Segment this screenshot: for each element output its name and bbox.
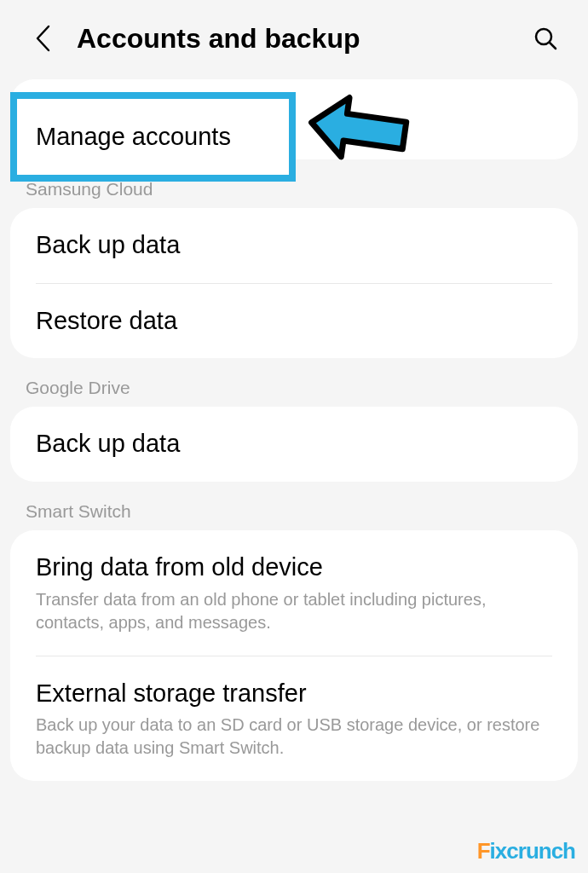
header: Accounts and backup [0, 0, 588, 72]
manage-accounts-label: Manage accounts [36, 123, 231, 151]
highlight-annotation: Manage accounts [10, 92, 296, 182]
item-title: External storage transfer [36, 678, 552, 710]
item-title: Back up data [36, 229, 552, 262]
restore-data-samsung[interactable]: Restore data [10, 284, 578, 359]
chevron-left-icon [33, 24, 52, 53]
item-subtitle: Back up your data to an SD card or USB s… [36, 714, 552, 760]
watermark-letter-f: F [477, 838, 490, 864]
back-up-data-samsung[interactable]: Back up data [10, 208, 578, 283]
page-title: Accounts and backup [77, 23, 528, 55]
item-title: Bring data from old device [36, 552, 552, 584]
external-storage-item[interactable]: External storage transfer Back up your d… [10, 656, 578, 782]
smart-switch-card: Bring data from old device Transfer data… [10, 530, 578, 781]
search-icon [533, 26, 558, 51]
section-google-drive-label: Google Drive [0, 358, 588, 407]
watermark-rest: xcrunch [495, 838, 575, 864]
search-button[interactable] [528, 21, 562, 55]
watermark: Fixcrunch [477, 838, 575, 864]
item-title: Restore data [36, 305, 552, 338]
pointer-arrow-annotation [307, 87, 418, 176]
back-up-data-google[interactable]: Back up data [10, 407, 578, 482]
section-smart-switch-label: Smart Switch [0, 482, 588, 530]
item-subtitle: Transfer data from an old phone or table… [36, 588, 552, 634]
google-drive-card: Back up data [10, 407, 578, 482]
samsung-cloud-card: Back up data Restore data [10, 208, 578, 358]
back-button[interactable] [26, 21, 60, 55]
item-title: Back up data [36, 428, 552, 460]
svg-line-1 [550, 43, 556, 49]
bring-data-item[interactable]: Bring data from old device Transfer data… [10, 530, 578, 656]
